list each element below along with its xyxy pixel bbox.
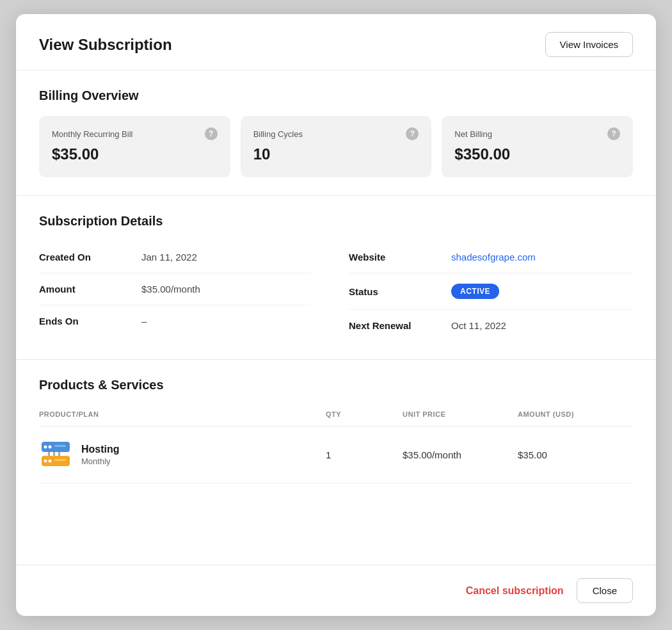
col-header-qty: QTY <box>326 410 403 418</box>
product-plan: Monthly <box>81 456 120 466</box>
svg-point-2 <box>49 446 52 449</box>
product-cell: Hosting Monthly <box>39 438 326 471</box>
product-qty: 1 <box>326 449 403 460</box>
product-amount: $35.00 <box>518 449 633 460</box>
billing-cycles-label: Billing Cycles <box>253 129 303 139</box>
website-label: Website <box>349 252 451 262</box>
billing-cycles-value: 10 <box>253 145 419 163</box>
modal-title: View Subscription <box>39 36 172 54</box>
products-table-header: PRODUCT/PLAN QTY UNIT PRICE AMOUNT (USD) <box>39 405 633 426</box>
billing-card-net: Net Billing ? $350.00 <box>442 116 633 177</box>
status-badge: ACTIVE <box>451 284 499 299</box>
detail-row-renewal: Next Renewal Oct 11, 2022 <box>349 310 633 341</box>
monthly-bill-value: $35.00 <box>52 145 218 163</box>
hosting-icon <box>39 438 72 471</box>
details-grid: Created On Jan 11, 2022 Amount $35.00/mo… <box>39 241 633 341</box>
svg-rect-7 <box>54 459 66 461</box>
created-on-value: Jan 11, 2022 <box>141 252 197 262</box>
products-services-title: Products & Services <box>39 378 633 392</box>
monthly-bill-help-icon[interactable]: ? <box>205 127 218 140</box>
next-renewal-label: Next Renewal <box>349 320 451 331</box>
table-row: Hosting Monthly 1 $35.00/month $35.00 <box>39 426 633 483</box>
website-link[interactable]: shadesofgrape.com <box>451 252 536 262</box>
svg-point-1 <box>44 446 47 449</box>
detail-row-website: Website shadesofgrape.com <box>349 241 633 273</box>
view-invoices-button[interactable]: View Invoices <box>545 32 633 57</box>
detail-row-amount: Amount $35.00/month <box>39 273 310 305</box>
net-billing-label: Net Billing <box>454 129 492 139</box>
close-button[interactable]: Close <box>577 578 633 603</box>
products-services-section: Products & Services PRODUCT/PLAN QTY UNI… <box>16 360 656 565</box>
svg-rect-10 <box>58 452 60 456</box>
status-label: Status <box>349 286 451 297</box>
subscription-details-title: Subscription Details <box>39 214 633 229</box>
billing-overview-title: Billing Overview <box>39 88 633 103</box>
created-on-label: Created On <box>39 252 141 262</box>
svg-rect-8 <box>48 452 50 456</box>
col-header-product: PRODUCT/PLAN <box>39 410 326 418</box>
svg-rect-9 <box>53 452 55 456</box>
detail-row-created: Created On Jan 11, 2022 <box>39 241 310 273</box>
modal-footer: Cancel subscription Close <box>16 565 656 616</box>
col-header-amount: AMOUNT (USD) <box>518 410 633 418</box>
svg-point-6 <box>49 460 52 463</box>
detail-row-ends: Ends On – <box>39 305 310 337</box>
amount-label: Amount <box>39 284 141 295</box>
details-left-col: Created On Jan 11, 2022 Amount $35.00/mo… <box>39 241 336 341</box>
net-billing-value: $350.00 <box>454 145 620 163</box>
billing-cards: Monthly Recurring Bill ? $35.00 Billing … <box>39 116 633 177</box>
monthly-bill-label: Monthly Recurring Bill <box>52 129 132 139</box>
billing-card-cycles: Billing Cycles ? 10 <box>241 116 432 177</box>
product-info: Hosting Monthly <box>81 444 120 466</box>
product-name: Hosting <box>81 444 120 455</box>
col-header-unit-price: UNIT PRICE <box>403 410 518 418</box>
ends-on-value: – <box>141 316 147 327</box>
subscription-details-section: Subscription Details Created On Jan 11, … <box>16 196 656 360</box>
details-right-col: Website shadesofgrape.com Status ACTIVE … <box>336 241 633 341</box>
next-renewal-value: Oct 11, 2022 <box>451 320 506 331</box>
subscription-modal: View Subscription View Invoices Billing … <box>16 14 656 616</box>
detail-row-status: Status ACTIVE <box>349 273 633 310</box>
svg-point-5 <box>44 460 47 463</box>
net-billing-help-icon[interactable]: ? <box>607 127 620 140</box>
billing-card-monthly: Monthly Recurring Bill ? $35.00 <box>39 116 230 177</box>
cancel-subscription-button[interactable]: Cancel subscription <box>466 585 564 597</box>
billing-cycles-help-icon[interactable]: ? <box>406 127 419 140</box>
billing-overview-section: Billing Overview Monthly Recurring Bill … <box>16 70 656 196</box>
modal-header: View Subscription View Invoices <box>16 14 656 70</box>
svg-rect-3 <box>54 445 66 447</box>
product-unit-price: $35.00/month <box>403 449 518 460</box>
ends-on-label: Ends On <box>39 316 141 327</box>
amount-value: $35.00/month <box>141 284 200 295</box>
